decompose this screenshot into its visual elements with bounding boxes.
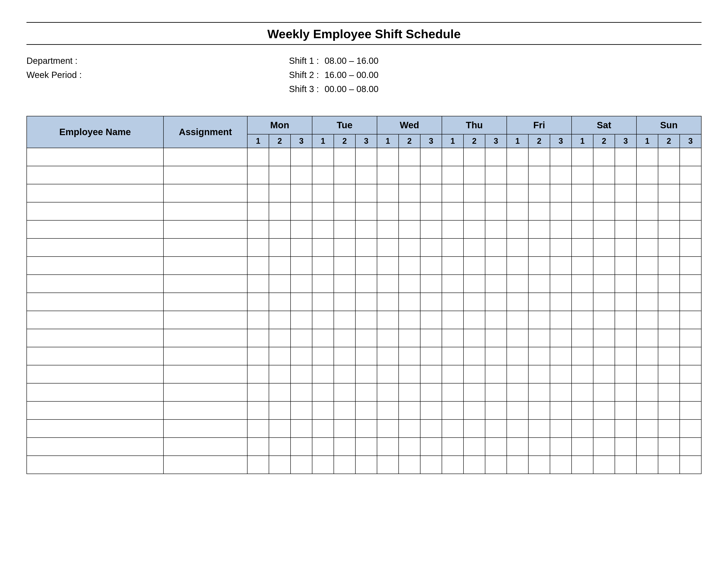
table-cell <box>442 148 463 166</box>
table-cell <box>658 293 680 311</box>
schedule-document: Weekly Employee Shift Schedule Departmen… <box>0 0 728 563</box>
table-cell <box>528 220 550 238</box>
table-cell <box>615 148 636 166</box>
table-cell <box>291 184 312 202</box>
table-cell <box>528 347 550 365</box>
table-cell <box>550 401 572 420</box>
table-cell <box>27 347 163 365</box>
table-cell <box>550 456 572 474</box>
table-cell <box>355 220 377 238</box>
table-cell <box>658 274 680 293</box>
table-cell <box>247 420 269 438</box>
table-cell <box>420 184 442 202</box>
table-cell <box>442 184 463 202</box>
table-cell <box>550 383 572 401</box>
table-cell <box>680 420 701 438</box>
meta-left: Department : Week Period : <box>26 54 258 96</box>
shift2-row: Shift 2 : 16.00 – 00.00 <box>289 68 379 82</box>
table-cell <box>247 148 269 166</box>
table-cell <box>27 256 163 274</box>
table-cell <box>507 220 528 238</box>
table-cell <box>463 256 485 274</box>
table-cell <box>593 256 615 274</box>
table-cell <box>442 166 463 184</box>
table-cell <box>163 383 247 401</box>
table-cell <box>463 365 485 383</box>
table-cell <box>312 438 334 456</box>
table-cell <box>163 274 247 293</box>
table-cell <box>334 438 355 456</box>
table-cell <box>269 383 291 401</box>
table-cell <box>291 438 312 456</box>
table-cell <box>463 438 485 456</box>
table-cell <box>528 166 550 184</box>
table-cell <box>312 456 334 474</box>
table-cell <box>615 184 636 202</box>
table-cell <box>355 438 377 456</box>
table-cell <box>247 456 269 474</box>
table-cell <box>27 365 163 383</box>
table-cell <box>420 420 442 438</box>
table-cell <box>615 256 636 274</box>
table-cell <box>550 347 572 365</box>
table-cell <box>355 456 377 474</box>
table-cell <box>680 274 701 293</box>
table-cell <box>291 347 312 365</box>
sub-mon-2: 2 <box>269 134 291 148</box>
table-cell <box>528 293 550 311</box>
col-tue: Tue <box>312 116 377 134</box>
table-cell <box>355 365 377 383</box>
table-cell <box>269 274 291 293</box>
table-cell <box>485 202 507 220</box>
table-cell <box>399 456 420 474</box>
table-cell <box>377 293 399 311</box>
table-cell <box>528 383 550 401</box>
table-cell <box>528 438 550 456</box>
col-mon: Mon <box>247 116 312 134</box>
table-cell <box>572 438 593 456</box>
table-head: Employee Name Assignment Mon Tue Wed Thu… <box>27 116 701 148</box>
table-cell <box>463 274 485 293</box>
table-cell <box>507 238 528 256</box>
table-cell <box>572 184 593 202</box>
table-cell <box>377 274 399 293</box>
table-cell <box>247 401 269 420</box>
table-cell <box>528 274 550 293</box>
table-cell <box>485 184 507 202</box>
table-cell <box>334 329 355 347</box>
table-cell <box>163 166 247 184</box>
table-row <box>27 383 701 401</box>
table-cell <box>334 456 355 474</box>
table-cell <box>680 184 701 202</box>
table-cell <box>463 329 485 347</box>
table-cell <box>27 311 163 329</box>
table-cell <box>485 365 507 383</box>
sub-tue-3: 3 <box>355 134 377 148</box>
table-cell <box>269 293 291 311</box>
table-cell <box>442 347 463 365</box>
shift1-label: Shift 1 : <box>289 54 322 68</box>
table-cell <box>163 420 247 438</box>
table-cell <box>291 420 312 438</box>
table-body <box>27 148 701 474</box>
table-cell <box>442 383 463 401</box>
table-cell <box>312 238 334 256</box>
table-cell <box>636 383 658 401</box>
table-cell <box>334 148 355 166</box>
table-cell <box>507 365 528 383</box>
table-cell <box>636 420 658 438</box>
table-cell <box>377 256 399 274</box>
sub-sun-2: 2 <box>658 134 680 148</box>
table-cell <box>27 238 163 256</box>
table-cell <box>507 456 528 474</box>
table-cell <box>27 438 163 456</box>
table-cell <box>680 238 701 256</box>
table-cell <box>636 401 658 420</box>
table-cell <box>550 202 572 220</box>
table-cell <box>27 383 163 401</box>
table-cell <box>615 329 636 347</box>
table-cell <box>247 347 269 365</box>
table-cell <box>247 274 269 293</box>
table-row <box>27 293 701 311</box>
department-label: Department : <box>26 54 84 68</box>
